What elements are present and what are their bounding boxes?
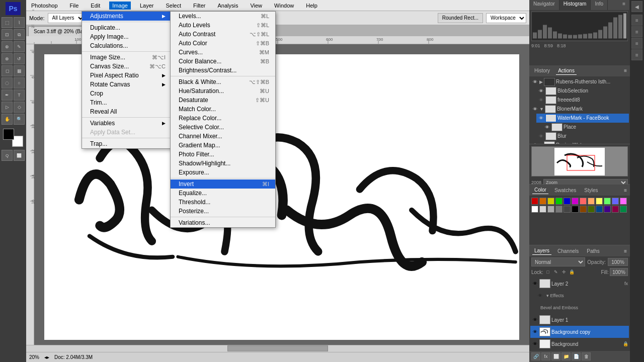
brush-tool[interactable]: ✎ — [14, 41, 25, 52]
menu-item-trap[interactable]: Trap... — [82, 139, 172, 148]
swatch-cell-21[interactable] — [604, 206, 611, 213]
pen-tool[interactable]: ✒ — [2, 89, 13, 101]
layers-panel-menu-icon[interactable]: ≡ — [624, 248, 627, 254]
mode-select[interactable]: All Layers — [48, 13, 85, 23]
tab-color[interactable]: Color — [532, 186, 548, 194]
menu-item-variables[interactable]: Variables ▶ — [82, 119, 172, 128]
add-mask-button[interactable]: ⬜ — [551, 352, 560, 360]
layer-item-blobsel[interactable]: 👁 BlobSelection — [536, 86, 629, 96]
layer-visibility-eye[interactable]: 👁 — [531, 340, 538, 347]
lasso-tool[interactable]: ⌇ — [14, 17, 25, 28]
menu-item-canvas-size[interactable]: Canvas Size... ⌘⌥C — [82, 62, 172, 71]
menu-item-adjustments[interactable]: Adjustments ▶ — [82, 12, 172, 21]
swatch-cell-9[interactable] — [604, 198, 611, 205]
layer-visibility-eye[interactable]: 👁 — [531, 280, 538, 287]
menu-item-photo-filter[interactable]: Photo Filter... — [171, 150, 275, 159]
fill-input[interactable] — [610, 268, 628, 276]
layer-row-layer2[interactable]: 👁 Layer 2 fx — [530, 278, 629, 290]
menu-item-exposure[interactable]: Exposure... — [171, 168, 275, 177]
menu-item-posterize[interactable]: Posterize... — [171, 207, 275, 216]
layer-visibility-icon[interactable]: 👁 — [531, 78, 538, 85]
layer-row-bg-copy[interactable]: 👁 Background copy — [530, 326, 629, 338]
slice-tool[interactable]: ⧉ — [14, 29, 25, 40]
menu-item-image-size[interactable]: Image Size... ⌘⌥I — [82, 53, 172, 62]
new-group-button[interactable]: 📁 — [561, 352, 571, 360]
menu-item-black-white[interactable]: Black & White... ⌥⇧⌘B — [171, 77, 275, 86]
layer-visibility-icon[interactable]: 👁 — [537, 115, 544, 122]
menu-item-replace-color[interactable]: Replace Color... — [171, 114, 275, 123]
swatch-cell-22[interactable] — [612, 206, 619, 213]
layer-row-layer1[interactable]: 👁 Layer 1 — [530, 314, 629, 326]
layer-row-background[interactable]: 👁 Background 🔒 — [530, 338, 629, 350]
tab-layers[interactable]: Layers — [532, 247, 551, 255]
swatch-cell-15[interactable] — [555, 206, 562, 213]
menu-item-selective-color[interactable]: Selective Color... — [171, 123, 275, 132]
tab-paths[interactable]: Paths — [585, 247, 602, 255]
layer-visibility-eye[interactable]: 👁 — [536, 292, 543, 299]
layer-item-blur[interactable]: 👁 Blur — [536, 132, 629, 141]
swatch-cell-13[interactable] — [539, 206, 546, 213]
swatch-cell-7[interactable] — [588, 198, 595, 205]
layers-panel-header[interactable]: Layers Channels Paths ≡ — [529, 245, 630, 256]
workspace-select[interactable]: Workspace — [486, 13, 526, 23]
menu-item-threshold[interactable]: Threshold... — [171, 198, 275, 207]
menu-image[interactable]: Image — [109, 2, 131, 10]
opacity-input[interactable] — [608, 258, 628, 266]
tab-actions[interactable]: Actions — [556, 67, 577, 75]
layer-item-watermark[interactable]: 👁 WaterMark - FaceBook — [536, 114, 629, 123]
gradient-tool[interactable]: ▦ — [14, 65, 25, 76]
menu-item-shadow-highlight[interactable]: Shadow/Highlight... — [171, 159, 275, 168]
delete-layer-button[interactable]: 🗑 — [582, 352, 591, 360]
screen-mode-tool[interactable]: ⬜ — [14, 150, 25, 161]
menu-help[interactable]: Help — [303, 2, 320, 10]
swatch-cell-12[interactable] — [531, 206, 538, 213]
swatch-cell-4[interactable] — [564, 198, 571, 205]
color-panel-menu-icon[interactable]: ≡ — [624, 188, 627, 193]
menu-view[interactable]: View — [247, 2, 265, 10]
layer-item-group1[interactable]: 👁 ▶ Rubens-Ruthersto Isth... — [530, 77, 629, 86]
menu-item-trim[interactable]: Trim... — [82, 98, 172, 107]
history-panel-header[interactable]: History Actions ≡ — [529, 65, 630, 76]
tab-channels[interactable]: Channels — [555, 247, 581, 255]
layer-row-effects[interactable]: 👁 ▾ Effects — [530, 290, 629, 302]
path-tool[interactable]: ▷ — [2, 102, 13, 113]
menu-item-crop[interactable]: Crop — [82, 89, 172, 98]
swatch-cell-17[interactable] — [572, 206, 579, 213]
layer-row-bevel[interactable]: Bevel and Emboss — [530, 302, 629, 314]
menu-item-pixel-aspect[interactable]: Pixel Aspect Ratio ▶ — [82, 71, 172, 80]
menu-item-match-color[interactable]: Match Color... — [171, 105, 275, 114]
tab-styles[interactable]: Styles — [582, 187, 600, 194]
layer-item-place1[interactable]: 👁 Place — [542, 123, 629, 132]
layer-visibility-eye[interactable]: 👁 — [531, 328, 538, 335]
horizontal-scroll-thumb[interactable] — [227, 345, 328, 351]
layer-visibility-icon[interactable]: 👁 — [537, 87, 544, 95]
history-tool[interactable]: ↺ — [14, 53, 25, 64]
nav-panel-options[interactable]: ≡ — [618, 0, 630, 10]
right-icon-1[interactable]: ≡ — [631, 15, 642, 26]
dodge-tool[interactable]: ○ — [14, 77, 25, 88]
healing-tool[interactable]: ⊕ — [2, 41, 13, 52]
menu-item-calculations[interactable]: Calculations... — [82, 41, 172, 50]
collapse-right-icon[interactable]: ◀ — [631, 1, 642, 12]
marquee-tool[interactable]: ⬚ — [2, 17, 13, 28]
crop-tool[interactable]: ⊡ — [2, 29, 13, 40]
layer-visibility-eye[interactable]: 👁 — [531, 316, 538, 323]
lock-position-icon[interactable]: ✛ — [560, 268, 568, 276]
layer-item-resize[interactable]: 👁 ▶ Resize Water — [530, 141, 629, 145]
type-tool[interactable]: T — [14, 89, 25, 101]
swatch-cell-2[interactable] — [547, 198, 554, 205]
lock-image-icon[interactable]: ✎ — [552, 268, 559, 276]
link-layers-button[interactable]: 🔗 — [531, 352, 540, 360]
menu-item-equalize[interactable]: Equalize... — [171, 189, 275, 198]
layer-item-freeeedit[interactable]: 👁 freeeedit8 — [536, 96, 629, 105]
menu-item-levels[interactable]: Levels... ⌘L — [171, 12, 275, 21]
right-icon-2[interactable]: ≡ — [631, 26, 642, 37]
right-icon-4[interactable]: ≡ — [631, 49, 642, 60]
blur-tool[interactable]: ◌ — [2, 77, 13, 88]
menu-item-variations[interactable]: Variations... — [171, 218, 275, 227]
layer-visibility-icon[interactable]: 👁 — [537, 133, 544, 140]
adjustments-context-menu[interactable]: Levels... ⌘L Auto Levels ⇧⌘L Auto Contra… — [170, 11, 276, 228]
menu-filter[interactable]: Filter — [190, 2, 208, 10]
eraser-tool[interactable]: ◻ — [2, 65, 13, 76]
menu-layer[interactable]: Layer — [137, 2, 157, 10]
